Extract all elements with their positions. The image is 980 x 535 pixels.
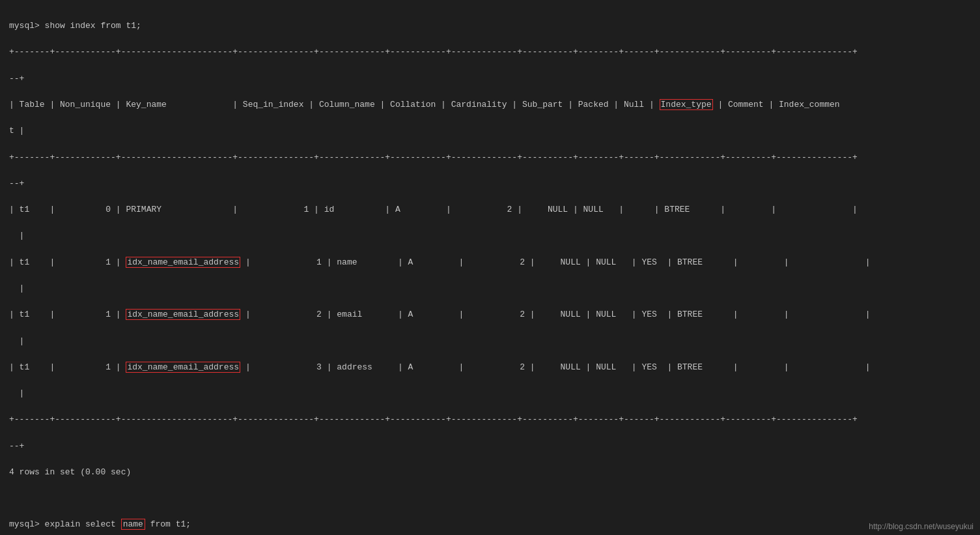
idx-name-email-1: idx_name_email_address xyxy=(126,257,240,268)
line-11: | xyxy=(9,282,971,295)
idx-name-email-3: idx_name_email_address xyxy=(126,362,240,373)
line-6: +-------+------------+------------------… xyxy=(9,151,971,164)
line-19: mysql> explain select name from t1; xyxy=(9,518,971,531)
line-14: | t1 | 1 | idx_name_email_address | 3 | … xyxy=(9,361,971,374)
idx-name-email-2: idx_name_email_address xyxy=(126,309,240,320)
terminal-output: mysql> show index from t1; +-------+----… xyxy=(9,7,971,535)
line-4: | Table | Non_unique | Key_name | Seq_in… xyxy=(9,98,971,111)
line-1: mysql> show index from t1; xyxy=(9,20,971,33)
select-name-1: name xyxy=(121,519,145,530)
line-16: +-------+------------+------------------… xyxy=(9,413,971,426)
line-5: t | xyxy=(9,124,971,137)
line-blank-1 xyxy=(9,492,971,505)
line-8: | t1 | 0 | PRIMARY | 1 | id | A | 2 | NU… xyxy=(9,203,971,216)
line-18: 4 rows in set (0.00 sec) xyxy=(9,466,971,479)
line-15: | xyxy=(9,387,971,400)
watermark: http://blog.csdn.net/wuseyukui xyxy=(869,522,973,531)
line-17: --+ xyxy=(9,440,971,453)
index-type-header: Index_type xyxy=(660,99,713,110)
line-3: --+ xyxy=(9,72,971,85)
line-9: | xyxy=(9,229,971,242)
line-12: | t1 | 1 | idx_name_email_address | 2 | … xyxy=(9,308,971,321)
line-7: --+ xyxy=(9,177,971,190)
line-13: | xyxy=(9,335,971,348)
line-10: | t1 | 1 | idx_name_email_address | 1 | … xyxy=(9,256,971,269)
line-2: +-------+------------+------------------… xyxy=(9,46,971,59)
